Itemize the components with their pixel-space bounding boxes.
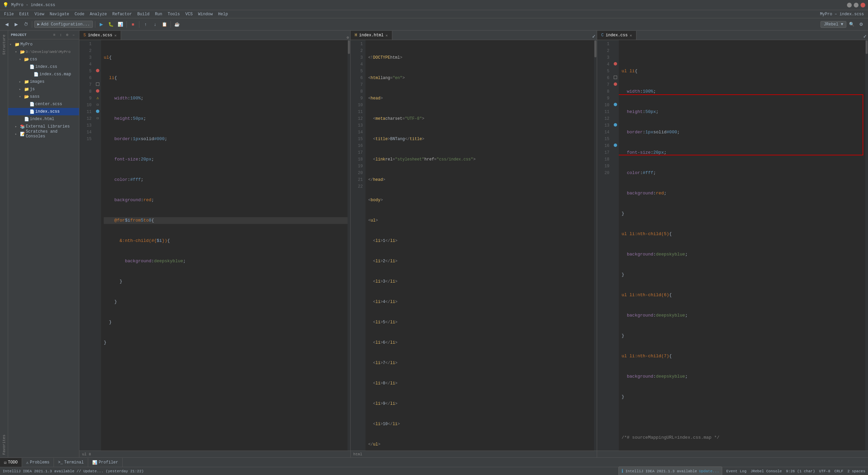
editor2-tab-html[interactable]: H index.html ✕ (351, 31, 392, 40)
css-bp-6[interactable] (614, 76, 617, 79)
editor1-tab-scss[interactable]: S index.scss ✕ (79, 31, 121, 40)
css-line-18 (622, 414, 865, 421)
close-button[interactable] (861, 3, 865, 7)
folder-icon-js: 📁 (24, 87, 29, 92)
html-line-1: <!DOCTYPE html> (368, 54, 594, 61)
breakpoint-8[interactable] (96, 89, 99, 93)
tree-item-index-css[interactable]: ▸ 📄 index.css (8, 63, 79, 71)
toolbar-forward[interactable]: ▶ (12, 20, 20, 28)
tree-item-mypro[interactable]: ▾ 📁 MyPro (8, 41, 79, 48)
code-line-11: background: deepskyblue; (104, 258, 348, 265)
editor2-checkmark[interactable]: ✓ (592, 33, 595, 40)
toolbar-git2[interactable]: ↓ (151, 20, 159, 28)
menu-navigate[interactable]: Navigate (47, 11, 72, 17)
tree-item-sass[interactable]: ▾ 📂 sass (8, 93, 79, 100)
tree-item-index-scss[interactable]: ▸ 📄 index.scss (8, 108, 79, 115)
tree-item-images[interactable]: ▸ 📁 images (8, 78, 79, 86)
maximize-button[interactable] (854, 3, 859, 7)
add-configuration-button[interactable]: ▶ Add Configuration... (34, 21, 93, 28)
tab-close-html[interactable]: ✕ (386, 33, 388, 38)
spaces-indicator[interactable]: 2 spaces (847, 469, 865, 473)
menu-code[interactable]: Code (72, 11, 87, 17)
bottom-tab-profiler[interactable]: 📊 Profiler (88, 458, 123, 467)
vtab-favorites[interactable]: Favorites (1, 432, 7, 457)
breakpoint-11[interactable] (96, 110, 99, 113)
vtab-structure[interactable]: Structure (1, 32, 7, 57)
jrebel-console-button[interactable]: JRebel Console (751, 469, 782, 473)
css-bp-7[interactable] (614, 82, 617, 86)
tree-arrow-js: ▸ (19, 87, 23, 91)
editor3-scrollbar[interactable] (865, 40, 868, 451)
editor1-gear[interactable]: ⚙ (347, 35, 349, 40)
toolbar-debug[interactable]: 🐛 (107, 20, 115, 28)
toolbar-history[interactable]: 📋 (160, 20, 169, 28)
editor1-scrollbar[interactable] (348, 40, 350, 451)
bottom-tab-problems[interactable]: ⚠ Problems (22, 458, 54, 467)
left-panel: Structure Favorites Project ≡ ↕ ⚙ – ▾ 📁 (0, 31, 79, 457)
css-bp-4[interactable] (614, 62, 617, 65)
tree-item-index-css-map[interactable]: ▸ 📄 index.css.map (8, 71, 79, 78)
tree-item-index-html[interactable]: ▸ 📄 index.html (8, 115, 79, 123)
status-idea-text: IntelliJ IDEA 2021.1.3 available // Upda… (3, 469, 144, 473)
code-line-12: } (104, 278, 348, 285)
editor3-tab-bar: C index.css ✕ ✓ (597, 31, 868, 40)
sidebar-icon-1[interactable]: ≡ (52, 32, 57, 38)
css-bp-10[interactable] (614, 103, 617, 106)
html-line-3: <head> (368, 95, 594, 102)
sidebar-icon-3[interactable]: ⚙ (64, 32, 70, 38)
toolbar-search[interactable]: 🔍 (848, 20, 856, 28)
terminal-icon: >_ (58, 460, 63, 465)
toolbar-back[interactable]: ◀ (3, 20, 11, 28)
toolbar-settings[interactable]: ⚙ (857, 20, 865, 28)
toolbar-sdk[interactable]: ☕ (173, 20, 181, 28)
menu-file[interactable]: File (1, 11, 17, 17)
css-line-14: } (622, 332, 865, 339)
menu-vcs[interactable]: VCS (183, 11, 196, 17)
editor2-scrollbar[interactable] (594, 40, 597, 451)
tree-item-scratches[interactable]: ▸ 📝 Scratches and Consoles (8, 130, 79, 138)
menu-analyze[interactable]: Analyze (87, 11, 110, 17)
scroll-thumb-1 (348, 40, 350, 54)
breakpoint-5[interactable] (96, 69, 99, 72)
tree-item-js[interactable]: ▸ 📁 js (8, 86, 79, 93)
minimize-button[interactable] (847, 3, 852, 7)
menu-view[interactable]: View (32, 11, 47, 17)
menu-window[interactable]: Window (195, 11, 215, 17)
bottom-tab-todo[interactable]: ☑ TODO (0, 458, 22, 467)
toolbar-run[interactable]: ▶ (97, 20, 105, 28)
menu-edit[interactable]: Edit (17, 11, 32, 17)
menu-help[interactable]: Help (215, 11, 231, 17)
tree-item-path[interactable]: ▾ 📂 D:\Develop\Web\MyPro (8, 48, 79, 56)
toolbar-sep-3 (126, 21, 127, 28)
menu-build[interactable]: Build (135, 11, 152, 17)
tree-arrow-index-scss: ▸ (24, 110, 28, 114)
bottom-tab-terminal[interactable]: >_ Terminal (54, 458, 88, 467)
sidebar-tree: ▾ 📁 MyPro ▾ 📂 D:\Develop\Web\MyPro ▾ 📂 c… (8, 39, 79, 457)
breakpoint-7[interactable] (96, 82, 99, 86)
jrebel-button[interactable]: JRebel ▼ (821, 21, 846, 28)
update-link[interactable]: Update... (699, 469, 719, 473)
css-line-16: background: deepskyblue; (622, 373, 865, 380)
toolbar-run-with-coverage[interactable]: 📊 (116, 20, 124, 28)
toolbar-recent[interactable]: ⏱ (22, 20, 30, 28)
encoding-indicator[interactable]: UTF-8 (819, 469, 830, 473)
menu-tools[interactable]: Tools (165, 11, 183, 17)
menu-run[interactable]: Run (152, 11, 165, 17)
tab-close-scss[interactable]: ✕ (114, 33, 117, 38)
css-bp-16[interactable] (614, 144, 617, 147)
event-log-button[interactable]: Event Log (726, 469, 746, 473)
sidebar-icon-2[interactable]: ↕ (58, 32, 63, 38)
css-bp-13[interactable] (614, 123, 617, 127)
sidebar-icon-4[interactable]: – (71, 32, 76, 38)
line-sep-indicator[interactable]: CRLF (834, 469, 843, 473)
tree-item-css-folder[interactable]: ▾ 📂 css (8, 56, 79, 63)
html-line-6: <link rel="stylesheet" href="css/index.c… (368, 156, 594, 163)
toolbar-stop[interactable]: ■ (129, 20, 137, 28)
toolbar-git[interactable]: ↑ (141, 20, 150, 28)
tab-label-html: index.html (359, 33, 383, 38)
tree-item-center-scss[interactable]: ▸ 📄 center.scss (8, 100, 79, 108)
editor3-checkmark[interactable]: ✓ (863, 33, 867, 40)
tab-close-css[interactable]: ✕ (630, 33, 632, 38)
editor3-tab-css[interactable]: C index.css ✕ (597, 31, 636, 40)
menu-refactor[interactable]: Refactor (110, 11, 135, 17)
